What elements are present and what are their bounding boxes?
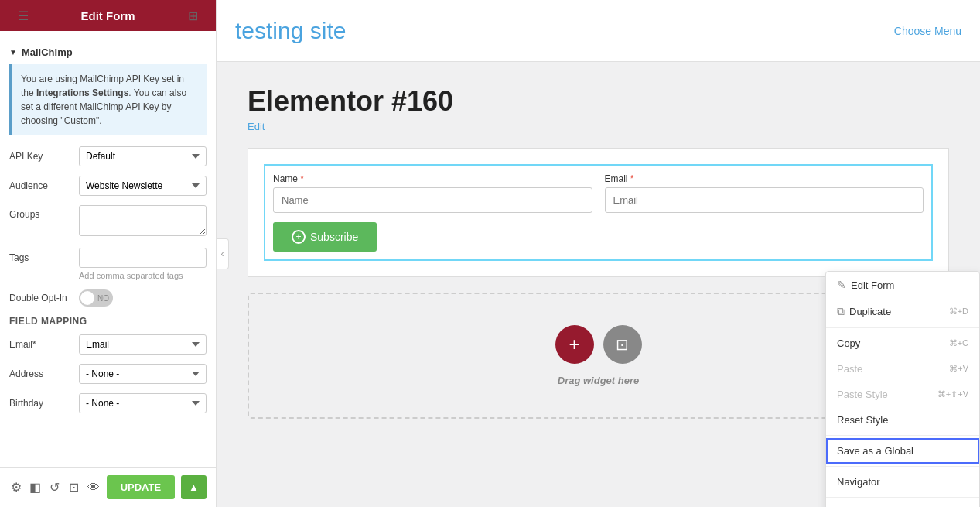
- sidebar-footer: ⚙ ◧ ↺ ⊡ 👁 UPDATE ▲: [0, 467, 216, 507]
- settings-icon[interactable]: ⚙: [9, 477, 22, 498]
- tags-input[interactable]: [79, 248, 207, 268]
- context-copy-label: Copy: [837, 337, 860, 349]
- email-required: *: [630, 173, 634, 184]
- page-title: Elementor #160: [248, 85, 949, 118]
- name-required: *: [300, 173, 304, 184]
- tags-label: Tags: [9, 252, 79, 263]
- context-menu-navigator[interactable]: Navigator: [826, 469, 979, 495]
- mailchimp-section[interactable]: ▼ MailChimp: [9, 40, 207, 64]
- tags-row: Tags: [9, 248, 207, 268]
- groups-textarea[interactable]: [79, 205, 207, 236]
- paste-style-shortcut: ⌘+⇧+V: [937, 389, 968, 399]
- audience-label: Audience: [9, 180, 79, 191]
- template-icon[interactable]: ⊡: [67, 477, 80, 498]
- duplicate-shortcut: ⌘+D: [949, 307, 968, 317]
- address-select[interactable]: - None -: [79, 364, 207, 384]
- context-edit-form-label: Edit Form: [851, 279, 894, 291]
- birthday-label: Birthday: [9, 398, 79, 409]
- sidebar-header: ☰ Edit Form ⊞: [0, 0, 216, 31]
- hamburger-icon[interactable]: ☰: [12, 5, 34, 26]
- eye-icon[interactable]: 👁: [87, 477, 101, 498]
- context-menu-save-global[interactable]: Save as a Global: [826, 438, 979, 464]
- context-menu-copy[interactable]: Copy ⌘+C: [826, 331, 979, 356]
- integrations-link[interactable]: Integrations Settings: [36, 87, 128, 98]
- email-mapping-label: Email*: [9, 339, 79, 350]
- context-menu-paste[interactable]: Paste ⌘+V: [826, 356, 979, 382]
- update-arrow-button[interactable]: ▲: [181, 475, 207, 499]
- toggle-knob: [80, 291, 94, 305]
- email-mapping-select[interactable]: Email: [79, 334, 207, 355]
- email-label: Email *: [605, 173, 924, 184]
- tags-control: [79, 248, 207, 268]
- empty-section-buttons: + ⊡: [555, 325, 642, 364]
- menu-separator-1: [826, 327, 979, 328]
- birthday-select[interactable]: - None -: [79, 393, 207, 413]
- info-box: You are using MailChimp API Key set in t…: [9, 64, 207, 135]
- address-control: - None -: [79, 364, 207, 384]
- audience-select[interactable]: Website Newslette: [79, 176, 207, 196]
- page-edit-link[interactable]: Edit: [248, 121, 949, 132]
- page-title-area: Elementor #160 Edit: [248, 85, 949, 132]
- name-input[interactable]: [273, 187, 592, 213]
- mailchimp-label: MailChimp: [22, 46, 73, 58]
- sidebar-title: Edit Form: [81, 9, 135, 22]
- site-title: testing site: [235, 18, 346, 44]
- context-menu-delete[interactable]: 🗑 Delete ⌦: [826, 500, 979, 507]
- email-input[interactable]: [605, 187, 924, 213]
- menu-separator-2: [826, 435, 979, 436]
- layers-icon[interactable]: ◧: [29, 477, 42, 498]
- sidebar-content: ▼ MailChimp You are using MailChimp API …: [0, 31, 216, 467]
- copy-shortcut: ⌘+C: [949, 338, 968, 348]
- subscribe-button[interactable]: + Subscribe: [273, 222, 377, 252]
- context-save-global-label: Save as a Global: [837, 445, 913, 457]
- history-icon[interactable]: ↺: [48, 477, 61, 498]
- api-key-control: Default: [79, 146, 207, 166]
- context-menu-reset-style[interactable]: Reset Style: [826, 407, 979, 433]
- form-widget-inner: Name * Email * + Subs: [264, 164, 933, 261]
- paste-shortcut: ⌘+V: [949, 364, 968, 374]
- field-mapping-title: Field Mapping: [9, 316, 207, 327]
- email-field: Email *: [605, 173, 924, 213]
- menu-separator-4: [826, 497, 979, 498]
- double-opt-in-label: Double Opt-In: [9, 293, 79, 303]
- grid-icon[interactable]: ⊞: [182, 5, 203, 26]
- api-key-label: API Key: [9, 151, 79, 162]
- name-label: Name *: [273, 173, 592, 184]
- name-field: Name *: [273, 173, 592, 213]
- birthday-mapping-row: Birthday - None -: [9, 393, 207, 413]
- choose-menu-button[interactable]: Choose Menu: [894, 25, 961, 37]
- main-content: testing site Choose Menu Elementor #160 …: [217, 0, 980, 507]
- address-mapping-row: Address - None -: [9, 364, 207, 384]
- canvas: Elementor #160 Edit Name * Email: [217, 62, 980, 507]
- birthday-control: - None -: [79, 393, 207, 413]
- add-widget-button[interactable]: +: [555, 325, 594, 364]
- context-menu-duplicate[interactable]: ⧉ Duplicate ⌘+D: [826, 298, 979, 325]
- form-widget: Name * Email * + Subs: [248, 148, 949, 277]
- api-key-select[interactable]: Default: [79, 146, 207, 166]
- duplicate-icon: ⧉: [837, 305, 845, 318]
- email-mapping-row: Email* Email: [9, 334, 207, 355]
- drag-hint: Drag widget here: [558, 375, 639, 386]
- context-duplicate-label: Duplicate: [849, 306, 891, 317]
- toggle-state: NO: [97, 294, 109, 303]
- context-menu-edit-form[interactable]: ✎ Edit Form: [826, 272, 979, 298]
- menu-separator-3: [826, 466, 979, 467]
- groups-control: [79, 205, 207, 238]
- context-paste-style-label: Paste Style: [837, 389, 888, 400]
- double-opt-in-row: Double Opt-In NO: [9, 289, 207, 307]
- address-label: Address: [9, 368, 79, 379]
- subscribe-label: Subscribe: [310, 231, 358, 243]
- email-mapping-control: Email: [79, 334, 207, 355]
- chevron-down-icon: ▼: [9, 48, 17, 57]
- top-bar: testing site Choose Menu: [217, 0, 980, 62]
- folder-button[interactable]: ⊡: [603, 325, 642, 364]
- audience-control: Website Newslette: [79, 176, 207, 196]
- double-opt-in-toggle[interactable]: NO: [79, 289, 113, 307]
- sidebar-collapse-handle[interactable]: ‹: [217, 238, 229, 269]
- update-button[interactable]: UPDATE: [107, 475, 175, 499]
- groups-row: Groups: [9, 205, 207, 238]
- context-menu-paste-style[interactable]: Paste Style ⌘+⇧+V: [826, 382, 979, 407]
- audience-row: Audience Website Newslette: [9, 176, 207, 196]
- groups-label: Groups: [9, 209, 79, 220]
- context-reset-style-label: Reset Style: [837, 414, 888, 426]
